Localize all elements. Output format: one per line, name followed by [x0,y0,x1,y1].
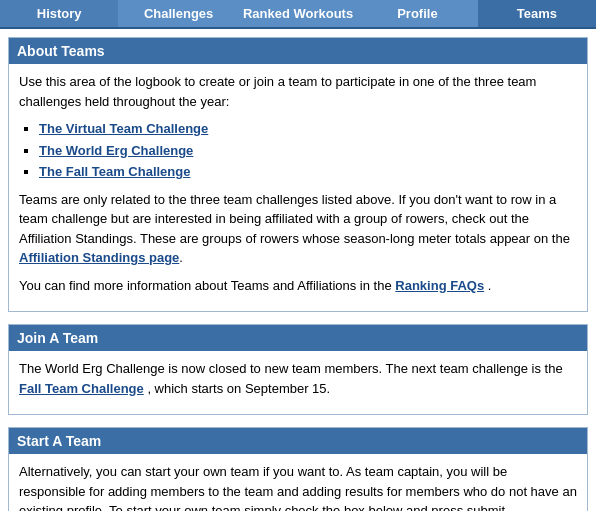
about-body1-text: Teams are only related to the three team… [19,192,570,246]
join-body: The World Erg Challenge is now closed to… [19,359,577,398]
world-erg-challenge-link[interactable]: The World Erg Challenge [39,143,193,158]
about-teams-section: About Teams Use this area of the logbook… [8,37,588,312]
about-body1: Teams are only related to the three team… [19,190,577,268]
join-body-end: , which starts on September 15. [147,381,330,396]
about-body2-text: You can find more information about Team… [19,278,392,293]
fall-team-challenge-join-link[interactable]: Fall Team Challenge [19,381,144,396]
about-intro: Use this area of the logbook to create o… [19,72,577,111]
start-team-section: Start A Team Alternatively, you can star… [8,427,588,511]
list-item: The Virtual Team Challenge [39,119,577,139]
list-item: The Fall Team Challenge [39,162,577,182]
ranking-faqs-link[interactable]: Ranking FAQs [395,278,484,293]
start-team-header: Start A Team [9,428,587,454]
join-team-header: Join A Team [9,325,587,351]
tab-ranked-workouts[interactable]: Ranked Workouts [239,0,358,27]
tab-teams[interactable]: Teams [478,0,596,27]
about-teams-body: Use this area of the logbook to create o… [9,64,587,311]
about-challenges-list: The Virtual Team Challenge The World Erg… [39,119,577,182]
fall-team-challenge-link[interactable]: The Fall Team Challenge [39,164,190,179]
tab-challenges[interactable]: Challenges [119,0,238,27]
affiliation-standings-link[interactable]: Affiliation Standings page [19,250,179,265]
join-body-text: The World Erg Challenge is now closed to… [19,361,563,376]
virtual-team-challenge-link[interactable]: The Virtual Team Challenge [39,121,208,136]
about-body2: You can find more information about Team… [19,276,577,296]
start-team-body: Alternatively, you can start your own te… [9,454,587,511]
main-content: About Teams Use this area of the logbook… [0,29,596,511]
about-body2-end: . [488,278,492,293]
about-teams-header: About Teams [9,38,587,64]
tab-history[interactable]: History [0,0,119,27]
tab-profile[interactable]: Profile [358,0,477,27]
start-body1: Alternatively, you can start your own te… [19,462,577,511]
join-team-section: Join A Team The World Erg Challenge is n… [8,324,588,415]
list-item: The World Erg Challenge [39,141,577,161]
navigation-tabs: History Challenges Ranked Workouts Profi… [0,0,596,29]
join-team-body: The World Erg Challenge is now closed to… [9,351,587,414]
